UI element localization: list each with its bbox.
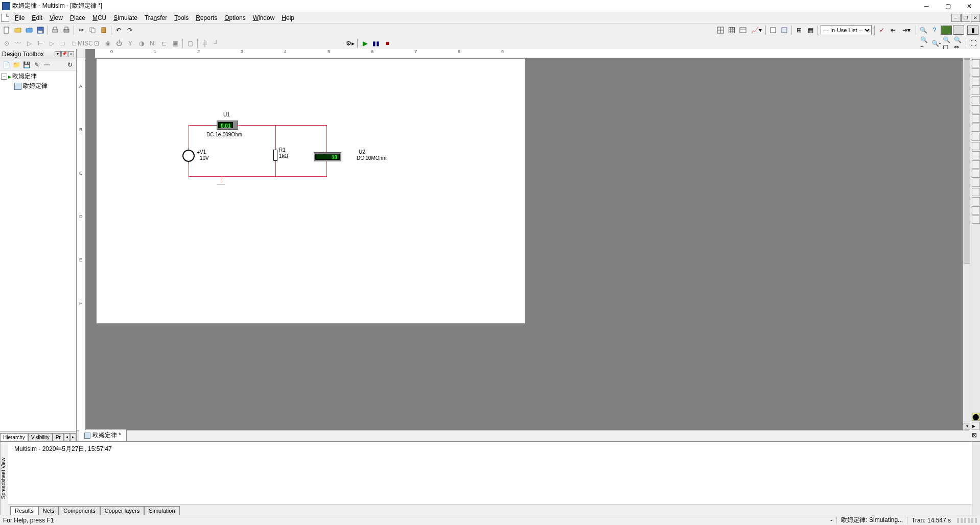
create-component-button[interactable]: ▦ — [805, 25, 815, 35]
back-annotate-button[interactable]: ⇤ — [888, 25, 898, 35]
save-button[interactable] — [35, 25, 45, 35]
forward-annotate-button[interactable]: ⇥▾ — [899, 25, 914, 35]
spreadsheet-button[interactable] — [738, 25, 748, 35]
cut-button[interactable]: ✂ — [76, 25, 86, 35]
menu-tools[interactable]: Tools — [171, 13, 192, 22]
minimize-button[interactable]: ─ — [916, 0, 937, 12]
mdi-close-button[interactable]: ✕ — [971, 14, 980, 22]
grid-component-button[interactable] — [727, 25, 737, 35]
component-db-button[interactable] — [715, 25, 726, 35]
open-button[interactable] — [13, 25, 23, 35]
tab-hierarchy[interactable]: Hierarchy — [0, 433, 28, 441]
four-ch-scope-icon[interactable] — [972, 96, 980, 104]
run-button[interactable]: ▶ — [360, 38, 370, 49]
zoom-area-button[interactable]: 🔍▢ — [942, 38, 952, 49]
agilent-scope-icon[interactable] — [972, 206, 980, 214]
spreadsheet-scrollbar[interactable] — [972, 442, 980, 515]
tab-nets[interactable]: Nets — [38, 506, 59, 515]
toolbox-new-icon[interactable]: 📄 — [2, 60, 11, 69]
place-source-button[interactable]: ⊙ — [2, 38, 12, 49]
voltmeter-u2[interactable]: 10 — [314, 152, 341, 161]
close-button[interactable]: ✕ — [959, 0, 980, 12]
sim-switch-off[interactable] — [953, 26, 964, 35]
menu-reports[interactable]: Reports — [192, 13, 221, 22]
fullscreen-button[interactable]: ⛶ — [968, 38, 978, 49]
maximize-button[interactable]: ▢ — [937, 0, 959, 12]
tree-root-item[interactable]: − ▸ 欧姆定律 — [1, 71, 75, 81]
toolbox-refresh-icon[interactable]: ↻ — [65, 60, 75, 69]
bode-plotter-icon[interactable] — [972, 105, 980, 113]
tab-scroll-right[interactable]: ▸ — [70, 433, 76, 441]
menu-transfer[interactable]: Transfer — [141, 13, 171, 22]
network-icon[interactable] — [972, 179, 980, 187]
place-connector-button[interactable]: ⊏ — [159, 38, 169, 49]
copy-button[interactable] — [87, 25, 98, 35]
mdi-minimize-button[interactable]: ─ — [951, 14, 961, 22]
place-advanced-button[interactable]: ⊡ — [91, 38, 102, 49]
ammeter-u1[interactable]: 0.01 — [217, 121, 238, 130]
distortion-icon[interactable] — [972, 160, 980, 169]
toolbox-rename-icon[interactable]: ✎ — [32, 60, 41, 69]
tree-child-item[interactable]: 欧姆定律 — [1, 81, 75, 91]
place-bus-button[interactable]: ╪ — [200, 38, 210, 49]
ground-symbol[interactable] — [217, 183, 225, 184]
multimeter-icon[interactable] — [972, 59, 980, 67]
new-button[interactable] — [2, 25, 12, 35]
place-junction-button[interactable]: ┘ — [211, 38, 221, 49]
doc-tab-schematic[interactable]: 欧姆定律 * — [79, 429, 127, 441]
place-rf-button[interactable]: Y — [125, 38, 135, 49]
labview-icon[interactable]: ⬤ — [972, 413, 980, 421]
logic-converter-icon[interactable] — [972, 142, 980, 150]
place-analog-button[interactable]: ▷ — [46, 38, 57, 49]
tab-components[interactable]: Components — [59, 506, 100, 515]
tek-scope-icon[interactable] — [972, 216, 980, 224]
undo-button[interactable]: ↶ — [113, 25, 124, 35]
place-basic-button[interactable]: 〰 — [13, 38, 23, 49]
place-misc-button[interactable]: MISC — [80, 38, 90, 49]
browser-button[interactable] — [779, 25, 789, 35]
stop-button[interactable]: ■ — [382, 38, 392, 49]
place-ttl-button[interactable]: □ — [58, 38, 68, 49]
iv-analyzer-icon[interactable] — [972, 151, 980, 159]
zoom-in-button[interactable]: 🔍+ — [920, 38, 930, 49]
place-electro-button[interactable]: ◑ — [136, 38, 147, 49]
logic-analyzer-icon[interactable] — [972, 133, 980, 141]
menu-place[interactable]: Place — [66, 13, 89, 22]
tree-expand-icon[interactable]: − — [1, 74, 7, 80]
print-button[interactable] — [61, 25, 72, 35]
toolbox-pin-button[interactable]: 📌 — [61, 51, 67, 57]
oscilloscope-icon[interactable] — [972, 87, 980, 95]
in-use-list-select[interactable]: --- In-Use List --- — [821, 25, 872, 35]
schematic-canvas[interactable]: 0.01 U1 DC 1e-009Ohm — [86, 58, 963, 430]
agilent-mm-icon[interactable] — [972, 197, 980, 205]
toolbox-save-icon[interactable]: 💾 — [22, 60, 31, 69]
wattmeter-icon[interactable] — [972, 78, 980, 86]
place-indicator-button[interactable]: ◉ — [103, 38, 113, 49]
toolbox-misc-icon[interactable]: ⋯ — [42, 60, 52, 69]
tab-visibility[interactable]: Visibility — [28, 433, 53, 441]
electrical-rules-button[interactable]: ✓ — [877, 25, 887, 35]
scroll-down-arrow[interactable]: ▾ — [964, 423, 970, 430]
scroll-thumb[interactable] — [964, 59, 970, 264]
tab-simulation[interactable]: Simulation — [144, 506, 179, 515]
menu-mcu[interactable]: MCU — [89, 13, 110, 22]
redo-button[interactable]: ↷ — [125, 25, 135, 35]
canvas-vscrollbar[interactable]: ▴ ▾ — [963, 58, 971, 430]
place-transistor-button[interactable]: ⊢ — [35, 38, 45, 49]
menu-options[interactable]: Options — [221, 13, 249, 22]
zoom-fit-button[interactable]: 🔍⇔ — [953, 38, 964, 49]
place-diode-button[interactable]: ▷ — [24, 38, 34, 49]
paste-button[interactable] — [99, 25, 109, 35]
freq-counter-icon[interactable] — [972, 114, 980, 123]
toolbox-dropdown-button[interactable]: ▾ — [55, 51, 61, 57]
tab-results[interactable]: Results — [10, 506, 38, 515]
toolbox-open-icon[interactable]: 📁 — [12, 60, 21, 69]
postprocessor-button[interactable] — [768, 25, 778, 35]
word-gen-icon[interactable] — [972, 124, 980, 132]
menu-view[interactable]: View — [46, 13, 66, 22]
spectrum-icon[interactable] — [972, 170, 980, 178]
doc-tab-close-button[interactable]: ⊠ — [969, 430, 979, 440]
mdi-restore-button[interactable]: ❐ — [961, 14, 970, 22]
menu-simulate[interactable]: Simulate — [110, 13, 141, 22]
open-examples-button[interactable] — [24, 25, 34, 35]
